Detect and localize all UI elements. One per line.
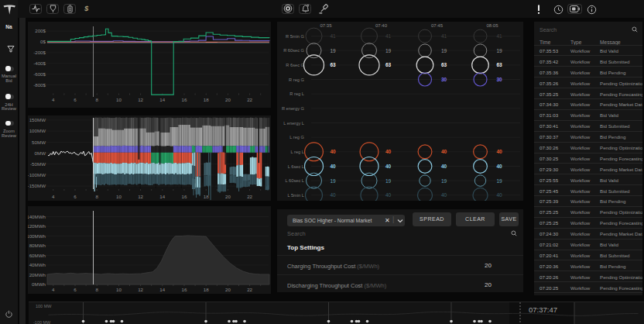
svg-text:80MWh: 80MWh <box>29 243 46 248</box>
svg-text:4: 4 <box>52 97 55 102</box>
svg-text:100MW: 100MW <box>29 128 46 133</box>
svg-text:22: 22 <box>247 97 252 102</box>
svg-text:22: 22 <box>247 194 252 199</box>
svg-text:14: 14 <box>159 97 165 102</box>
svg-text:16: 16 <box>182 287 187 292</box>
svg-text:60MWh: 60MWh <box>29 253 46 258</box>
svg-text:41: 41 <box>385 33 392 39</box>
svg-text:-50MW: -50MW <box>30 161 46 167</box>
svg-text:L energy L: L energy L <box>283 121 304 126</box>
svg-text:0MW: 0MW <box>35 150 46 156</box>
svg-text:19: 19 <box>331 178 337 184</box>
svg-text:4: 4 <box>52 287 55 292</box>
svg-text:19: 19 <box>385 48 392 53</box>
svg-text:-200$: -200$ <box>33 50 46 55</box>
svg-text:40: 40 <box>331 149 337 154</box>
svg-text:19: 19 <box>441 178 447 184</box>
svg-text:R 6sec G: R 6sec G <box>286 63 304 67</box>
svg-text:20: 20 <box>225 97 231 102</box>
svg-text:-800$: -800$ <box>33 82 46 88</box>
svg-text:40: 40 <box>441 164 447 169</box>
svg-text:30: 30 <box>497 77 503 82</box>
svg-text:41: 41 <box>441 33 447 39</box>
svg-text:L 60sec L: L 60sec L <box>286 178 304 183</box>
svg-text:8: 8 <box>95 287 98 292</box>
svg-text:R energy G: R energy G <box>282 106 304 111</box>
svg-text:L 6sec L: L 6sec L <box>288 164 304 169</box>
svg-text:40: 40 <box>497 164 503 169</box>
svg-text:200$: 200$ <box>35 28 46 33</box>
svg-text:10: 10 <box>116 287 122 292</box>
svg-text:40: 40 <box>441 149 447 154</box>
svg-text:41: 41 <box>331 33 337 39</box>
svg-text:07:35: 07:35 <box>320 23 332 28</box>
svg-text:L reg G: L reg G <box>289 135 304 140</box>
svg-text:150MW: 150MW <box>29 117 46 122</box>
svg-text:14: 14 <box>159 287 165 292</box>
svg-text:8: 8 <box>95 194 98 199</box>
svg-text:41: 41 <box>497 33 503 39</box>
svg-text:16: 16 <box>182 97 187 102</box>
svg-text:6: 6 <box>74 287 77 292</box>
svg-text:-100MW: -100MW <box>28 172 46 178</box>
svg-text:19: 19 <box>497 48 503 53</box>
svg-text:40: 40 <box>385 164 392 169</box>
svg-text:30: 30 <box>441 77 447 82</box>
svg-text:140MWh: 140MWh <box>28 214 46 219</box>
svg-text:07:45: 07:45 <box>431 23 444 28</box>
svg-text:22: 22 <box>247 287 252 292</box>
svg-text:19: 19 <box>497 178 503 184</box>
svg-text:20: 20 <box>225 287 231 292</box>
svg-text:8: 8 <box>95 97 98 102</box>
svg-text:12: 12 <box>138 194 143 199</box>
svg-text:16: 16 <box>182 194 187 199</box>
svg-text:40: 40 <box>497 149 503 154</box>
svg-text:19: 19 <box>441 48 447 53</box>
svg-text:-600$: -600$ <box>33 71 46 77</box>
svg-text:L reg L: L reg L <box>291 150 305 154</box>
svg-text:40: 40 <box>385 192 392 198</box>
svg-text:R 5min G: R 5min G <box>286 34 304 39</box>
svg-text:12: 12 <box>138 287 143 292</box>
svg-text:40: 40 <box>441 192 447 198</box>
svg-text:18: 18 <box>204 287 209 292</box>
svg-text:4: 4 <box>52 194 55 199</box>
svg-text:10: 10 <box>116 97 122 102</box>
svg-text:07:40: 07:40 <box>375 23 388 28</box>
svg-text:63: 63 <box>441 62 447 67</box>
svg-text:40: 40 <box>331 192 337 198</box>
svg-text:63: 63 <box>497 62 503 67</box>
svg-text:R 60sec G: R 60sec G <box>283 48 304 53</box>
svg-text:40: 40 <box>497 192 503 198</box>
svg-text:14: 14 <box>159 194 165 199</box>
svg-text:40: 40 <box>331 164 337 169</box>
svg-text:18: 18 <box>204 97 209 102</box>
svg-text:20: 20 <box>225 194 231 199</box>
svg-text:-400$: -400$ <box>33 60 46 66</box>
svg-text:63: 63 <box>331 62 337 67</box>
svg-text:0MWh: 0MWh <box>32 281 46 287</box>
svg-text:R reg L: R reg L <box>289 91 304 96</box>
svg-text:-150MW: -150MW <box>28 183 46 188</box>
svg-text:08:05: 08:05 <box>486 23 498 28</box>
svg-text:R reg G: R reg G <box>289 78 304 82</box>
svg-text:19: 19 <box>385 178 392 184</box>
svg-text:40: 40 <box>385 149 392 154</box>
svg-text:20MWh: 20MWh <box>29 272 46 277</box>
svg-text:50MW: 50MW <box>32 140 46 145</box>
svg-text:6: 6 <box>74 194 77 199</box>
svg-text:19: 19 <box>331 48 337 53</box>
svg-text:L 5min L: L 5min L <box>287 193 304 198</box>
svg-text:40MWh: 40MWh <box>29 262 46 267</box>
svg-text:12: 12 <box>138 97 143 102</box>
svg-text:6: 6 <box>74 97 77 102</box>
svg-text:100MWh: 100MWh <box>28 233 46 239</box>
svg-text:0$: 0$ <box>40 39 46 44</box>
svg-text:63: 63 <box>385 62 392 67</box>
svg-text:120MWh: 120MWh <box>28 223 46 229</box>
svg-text:10: 10 <box>116 194 122 199</box>
